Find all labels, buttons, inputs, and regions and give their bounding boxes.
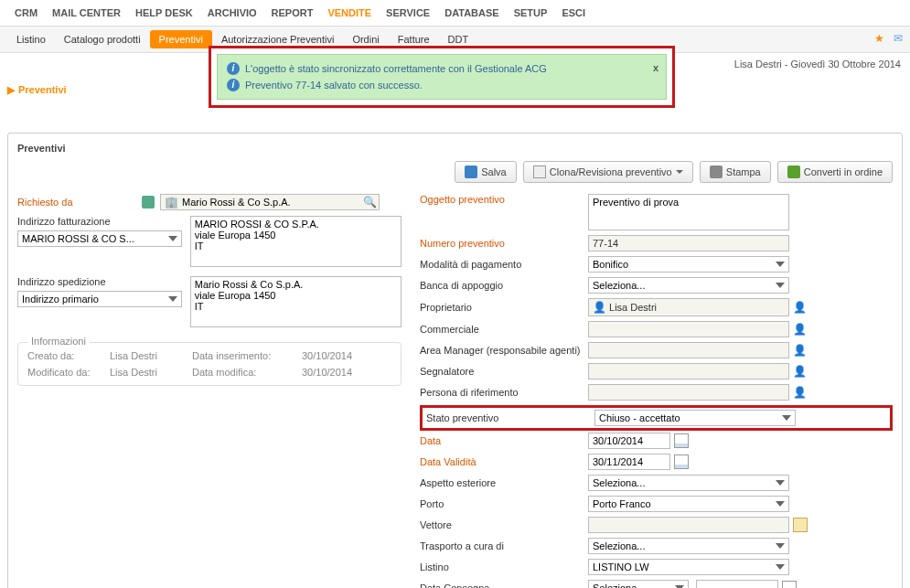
topnav-item[interactable]: HELP DESK (128, 4, 200, 22)
subnav-item[interactable]: Catalogo prodotti (55, 30, 150, 48)
add-user-icon[interactable]: 👤 (793, 386, 807, 399)
subnav-item[interactable]: Preventivi (150, 30, 212, 48)
porto-select[interactable]: Porto Franco (588, 496, 789, 512)
fatturazione-select[interactable]: MARIO ROSSI & CO S... (17, 230, 182, 247)
proprietario-value: 👤 Lisa Destri (588, 298, 789, 316)
indirizzo-fatturazione-label: Indirizzo fatturazione (17, 216, 136, 227)
stato-label: Stato preventivo (426, 412, 591, 423)
data-validita-label: Data Validità (420, 456, 584, 467)
topnav-item[interactable]: CRM (7, 4, 45, 22)
lookup-icon[interactable] (793, 518, 808, 532)
topnav-item[interactable]: DATABASE (437, 4, 506, 22)
topnav-item[interactable]: SETUP (507, 4, 555, 22)
right-column: Oggetto preventivo Preventivo di prova N… (420, 194, 893, 588)
pagamento-label: Modalità di pagamento (420, 259, 584, 270)
banca-select[interactable]: Seleziona... (588, 277, 789, 294)
calendar-icon[interactable] (782, 581, 797, 588)
indirizzo-fatturazione-text[interactable]: MARIO ROSSI & CO S.P.A. viale Europa 145… (190, 216, 401, 267)
subnav-item[interactable]: Listino (7, 30, 55, 48)
aspetto-select[interactable]: Seleziona... (588, 475, 789, 491)
consegna-select[interactable]: Seleziona... (588, 580, 689, 588)
notification-line-1: L'oggetto è stato sincronizzato corretta… (245, 63, 547, 74)
data-modifica-value: 30/10/2014 (302, 367, 384, 378)
add-user-icon[interactable]: 👤 (793, 365, 807, 378)
left-column: Richiesto da 🏢 🔍 Indirizzo fatturazione … (17, 194, 401, 386)
porto-label: Porto (420, 498, 584, 509)
print-button[interactable]: Stampa (700, 161, 771, 183)
add-user-icon[interactable]: 👤 (793, 301, 807, 314)
aspetto-label: Aspetto esteriore (420, 477, 584, 488)
spedizione-select[interactable]: Indirizzo primario (17, 291, 182, 307)
topnav-item[interactable]: SERVICE (379, 4, 437, 22)
banca-label: Banca di appoggio (420, 280, 584, 291)
clone-icon (533, 166, 546, 178)
persona-riferimento-label: Persona di riferimento (420, 387, 584, 398)
trasporto-label: Trasporto a cura di (420, 540, 584, 551)
convert-icon (787, 166, 800, 178)
topnav-item[interactable]: MAIL CENTER (45, 4, 128, 22)
topnav-item[interactable]: ARCHIVIO (200, 4, 264, 22)
add-user-icon[interactable]: 👤 (793, 323, 807, 336)
convert-button[interactable]: Converti in ordine (777, 161, 893, 183)
stato-select[interactable]: Chiuso - accettato (594, 410, 796, 426)
clone-button[interactable]: Clona/Revisiona preventivo (523, 161, 693, 183)
creato-da-label: Creato da: (27, 350, 110, 361)
topnav-item[interactable]: REPORT (264, 4, 321, 22)
indirizzo-spedizione-label: Indirizzo spedizione (17, 276, 136, 287)
trasporto-select[interactable]: Seleziona... (588, 538, 789, 554)
oggetto-label: Oggetto preventivo (420, 194, 584, 205)
calendar-icon[interactable] (674, 454, 689, 469)
commerciale-label: Commerciale (420, 324, 584, 335)
richiesto-da-input[interactable] (178, 195, 379, 209)
info-icon: i (227, 62, 240, 75)
main-panel: Preventivi Salva Clona/Revisiona prevent… (7, 133, 903, 588)
informazioni-title: Informazioni (27, 336, 90, 347)
area-manager-value (588, 342, 789, 358)
segnalatore-value (588, 363, 789, 380)
data-modifica-label: Data modifica: (192, 367, 302, 378)
company-icon: 🏢 (161, 196, 178, 208)
creato-da-value: Lisa Destri (110, 350, 192, 361)
save-button[interactable]: Salva (455, 161, 517, 183)
vettore-label: Vettore (420, 519, 584, 530)
data-validita-input[interactable] (588, 454, 670, 470)
save-icon (465, 166, 477, 178)
richiesto-da-label: Richiesto da (17, 197, 136, 208)
toolbar: Salva Clona/Revisiona preventivo Stampa … (17, 161, 893, 183)
pagamento-select[interactable]: Bonifico (588, 256, 789, 273)
close-icon[interactable]: x (653, 62, 658, 73)
segnalatore-label: Segnalatore (420, 366, 584, 377)
indirizzo-spedizione-text[interactable]: Mario Rossi & Co S.p.A. viale Europa 145… (190, 276, 401, 327)
data-inserimento-value: 30/10/2014 (302, 350, 384, 361)
add-user-icon[interactable]: 👤 (793, 344, 807, 357)
consegna-date-input[interactable] (696, 580, 778, 588)
topnav-item[interactable]: ESCI (554, 4, 593, 22)
data-label: Data (420, 435, 584, 446)
commerciale-value (588, 321, 789, 337)
panel-title: Preventivi (17, 143, 893, 154)
informazioni-box: Informazioni Creato da: Lisa Destri Data… (17, 342, 401, 386)
consegna-label: Data Consegna (420, 583, 584, 588)
stato-preventivo-highlight: Stato preventivo Chiuso - accettato (420, 405, 893, 431)
chevron-down-icon (676, 170, 683, 177)
modificato-da-label: Modificato da: (27, 367, 110, 378)
numero-value: 77-14 (588, 235, 789, 251)
link-icon[interactable] (142, 196, 155, 208)
calendar-icon[interactable] (674, 433, 689, 448)
oggetto-input[interactable]: Preventivo di prova (588, 194, 789, 230)
user-icon: 👤 (593, 301, 606, 314)
richiesto-da-lookup[interactable]: 🏢 🔍 (160, 194, 380, 210)
print-icon (710, 166, 723, 178)
area-manager-label: Area Manager (responsabile agenti) (420, 345, 584, 356)
listino-label: Listino (420, 561, 584, 572)
favorite-icon[interactable]: ★ (874, 32, 884, 45)
vettore-value (588, 517, 789, 533)
topnav-item[interactable]: VENDITE (320, 4, 379, 22)
data-input[interactable] (588, 433, 670, 449)
numero-label: Numero preventivo (420, 238, 584, 249)
mail-icon[interactable]: ✉ (894, 32, 903, 45)
persona-riferimento-value (588, 384, 789, 401)
listino-select[interactable]: LISTINO LW (588, 559, 789, 575)
search-icon[interactable]: 🔍 (363, 196, 377, 208)
data-inserimento-label: Data inserimento: (192, 350, 302, 361)
